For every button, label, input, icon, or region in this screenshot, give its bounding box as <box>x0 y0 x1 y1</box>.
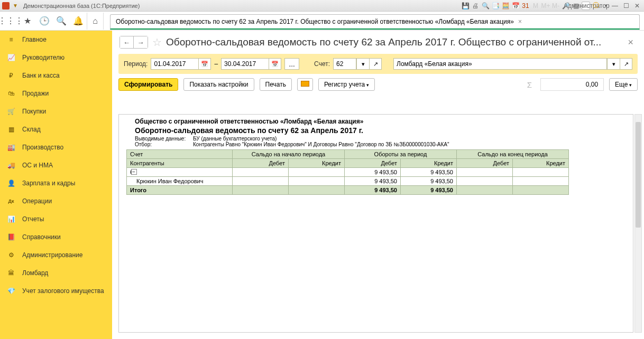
th-account: Счет <box>127 150 233 159</box>
document-title: Оборотно-сальдовая ведомость по счету 62… <box>166 36 620 48</box>
search-icon[interactable]: 🔍 <box>53 13 70 30</box>
sidebar-item-collateral[interactable]: 💎Учет залогового имущества <box>0 282 112 300</box>
document-tab[interactable]: Оборотно-сальдовая ведомость по счету 62… <box>110 14 640 30</box>
date-to-group: 📅 <box>221 58 281 70</box>
forward-button[interactable]: → <box>134 36 148 48</box>
account-label: Счет: <box>314 60 330 68</box>
table-header-row-1: Счет Сальдо на начало периода Обороты за… <box>127 150 569 159</box>
admin-user[interactable]: Администратор <box>582 2 590 10</box>
more-button[interactable]: Еще <box>609 78 638 91</box>
preview-icon[interactable]: 🔍 <box>481 2 490 10</box>
dropdown-icon[interactable]: ▼ <box>13 3 18 8</box>
account-input[interactable] <box>333 58 356 70</box>
calendar-icon[interactable]: 📅 <box>511 2 520 10</box>
scrollbar-thumb[interactable] <box>636 122 641 228</box>
mail-button[interactable] <box>297 78 313 91</box>
factory-icon: 🏭 <box>6 143 16 152</box>
company-input[interactable] <box>393 58 607 70</box>
m-plus-icon[interactable]: M+ <box>541 2 550 10</box>
notifications-icon[interactable]: 🔔 <box>70 13 87 30</box>
account-dropdown-icon[interactable]: ▾ <box>356 58 369 70</box>
tab-title: Оборотно-сальдовая ведомость по счету 62… <box>116 18 514 25</box>
period-label: Период: <box>124 60 148 68</box>
sidebar-item-purchases[interactable]: 🛒Покупки <box>0 102 112 120</box>
sidebar-item-hr[interactable]: 👤Зарплата и кадры <box>0 174 112 192</box>
report-viewport[interactable]: Общество с ограниченной ответственностью… <box>118 114 633 333</box>
cart-icon: 🛒 <box>6 107 16 116</box>
apps-icon[interactable]: ⋮⋮⋮ <box>2 13 19 30</box>
company-dropdown-icon[interactable]: ▾ <box>607 58 620 70</box>
date-to-picker-icon[interactable]: 📅 <box>269 58 281 70</box>
favorite-star-icon[interactable]: ☆ <box>152 36 162 49</box>
sum-value: 0,00 <box>540 78 604 91</box>
date-from-group: 📅 <box>151 58 211 70</box>
window-titlebar: ▼ Демонстрационная база (1С:Предприятие)… <box>0 0 644 12</box>
period-dialog-button[interactable]: ... <box>284 58 299 70</box>
sidebar-item-manager[interactable]: 📈Руководителю <box>0 49 112 67</box>
home-icon[interactable]: ⌂ <box>87 13 104 30</box>
minimize-button[interactable]: — <box>610 2 620 10</box>
print-button[interactable]: Печать <box>260 78 292 91</box>
sidebar-item-sales[interactable]: 🛍Продажи <box>0 84 112 102</box>
document-close-icon[interactable]: × <box>624 37 637 48</box>
sidebar-item-pawnshop[interactable]: 🏛Ломбард <box>0 264 112 282</box>
sidebar-item-warehouse[interactable]: ▦Склад <box>0 120 112 138</box>
compare-icon[interactable]: 📑 <box>491 2 500 10</box>
sidebar-item-assets[interactable]: 🚚ОС и НМА <box>0 156 112 174</box>
sidebar-item-operations[interactable]: ДкОперации <box>0 192 112 210</box>
date-from-input[interactable] <box>151 58 198 70</box>
nav-group: ← → <box>119 36 148 49</box>
action-bar: Сформировать Показать настройки Печать Р… <box>118 76 638 93</box>
menu-icon: ≡ <box>6 35 16 44</box>
sidebar-item-references[interactable]: 📕Справочники <box>0 228 112 246</box>
form-button[interactable]: Сформировать <box>118 78 178 91</box>
collapse-icon[interactable]: − <box>131 169 137 175</box>
table-row-total: Итого 9 493,50 9 493,50 <box>127 186 569 195</box>
account-group: ▾ ↗ <box>333 58 382 70</box>
th-turnover: Обороты за период <box>345 150 457 159</box>
th-end-balance: Сальдо на конец периода <box>457 150 569 159</box>
th-credit-2: Кредит <box>401 159 457 168</box>
m-minus-icon[interactable]: M- <box>551 2 560 10</box>
building-icon: 🏛 <box>6 268 16 278</box>
maximize-button[interactable]: ☐ <box>621 2 631 10</box>
sidebar-item-main[interactable]: ≡Главное <box>0 31 112 49</box>
calc-icon[interactable]: 🧮 <box>501 2 510 10</box>
envelope-icon <box>301 81 309 87</box>
close-button[interactable]: ✕ <box>632 2 642 10</box>
register-button[interactable]: Регистр учета <box>318 78 375 91</box>
table-row-counterparty[interactable]: Крюкин Иван Федорович 9 493,50 9 493,50 <box>127 177 569 186</box>
save-icon[interactable]: 💾 <box>461 2 470 10</box>
back-button[interactable]: ← <box>120 36 134 48</box>
window-buttons: — ☐ ✕ <box>610 2 642 10</box>
table-row-account[interactable]: −62 9 493,50 9 493,50 <box>127 168 569 177</box>
company-open-icon[interactable]: ↗ <box>620 58 632 70</box>
m-icon[interactable]: M <box>531 2 540 10</box>
info-dropdown-icon[interactable]: ▾ <box>602 2 610 10</box>
favorite-icon[interactable]: ★ <box>19 13 36 30</box>
tab-close-icon[interactable]: × <box>518 18 522 25</box>
filter-line: Отбор: Контрагенты Равно "Крюкин Иван Фе… <box>135 142 629 147</box>
th-counterparties: Контрагенты <box>127 159 233 168</box>
account-open-icon[interactable]: ↗ <box>369 58 382 70</box>
sidebar-item-reports[interactable]: 📊Отчеты <box>0 210 112 228</box>
info-icon[interactable]: ⓘ <box>592 2 600 10</box>
user-icon: 👤 <box>6 178 16 188</box>
th-debit-3: Дебет <box>457 159 513 168</box>
sidebar-item-admin[interactable]: ⚙Администрирование <box>0 246 112 264</box>
params-panel: Период: 📅 – 📅 ... Счет: ▾ ↗ ▾ ↗ <box>118 54 638 74</box>
document-header: ← → ☆ Оборотно-сальдовая ведомость по сч… <box>112 31 644 52</box>
history-icon[interactable]: 🕒 <box>36 13 53 30</box>
date-to-input[interactable] <box>221 58 269 70</box>
show-settings-button[interactable]: Показать настройки <box>183 78 254 91</box>
app-icon <box>2 2 10 10</box>
bars-icon: 📊 <box>6 214 16 224</box>
th-credit-1: Кредит <box>289 159 345 168</box>
sidebar-item-bank[interactable]: ₽Банк и касса <box>0 67 112 84</box>
dash: – <box>214 60 218 68</box>
date-icon[interactable]: 31 <box>521 2 530 10</box>
sidebar-item-production[interactable]: 🏭Производство <box>0 138 112 156</box>
print-icon[interactable]: 🖨 <box>471 2 480 10</box>
scrollbar[interactable] <box>634 114 642 333</box>
date-from-picker-icon[interactable]: 📅 <box>198 58 211 70</box>
